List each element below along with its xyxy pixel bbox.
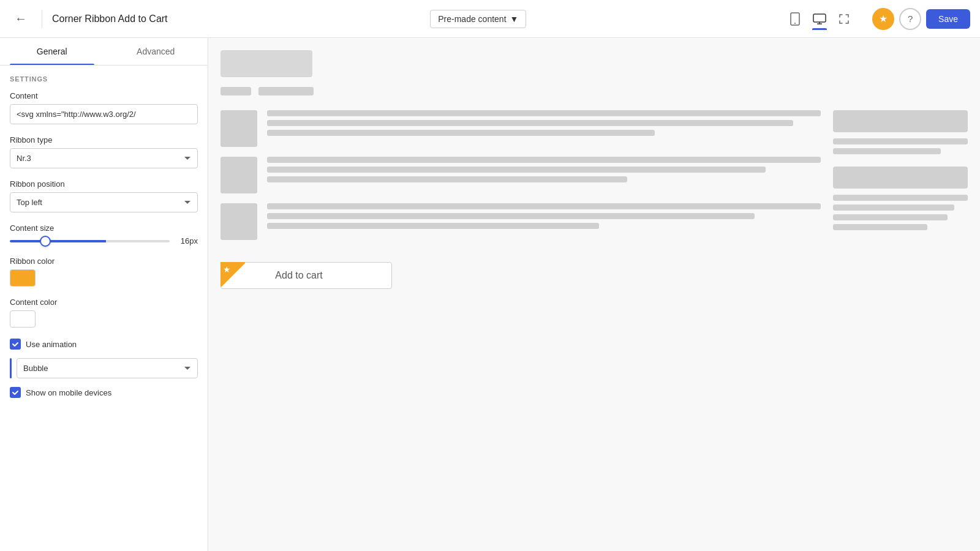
content-color-swatch[interactable]: [10, 310, 36, 328]
skeleton-nav: [221, 87, 968, 96]
ribbon-type-select[interactable]: Nr.3 Nr.1 Nr.2 Nr.4: [10, 148, 198, 168]
line: [267, 110, 821, 116]
line: [833, 195, 968, 201]
line: [267, 130, 655, 136]
skeleton-nav-2: [258, 87, 314, 96]
help-button[interactable]: ?: [899, 8, 921, 30]
right-btn-2: [833, 167, 968, 189]
ribbon-star-icon: ★: [223, 264, 231, 274]
line: [267, 213, 755, 219]
skeleton-nav-1: [221, 87, 251, 96]
add-to-cart-area: Add to cart ★: [221, 262, 392, 289]
topbar-right: ★ ? Save: [872, 8, 970, 30]
ribbon-position-field-group: Ribbon position Top left Top right Botto…: [10, 179, 198, 212]
fullscreen-icon[interactable]: [833, 8, 855, 30]
product-thumb-2: [221, 157, 257, 193]
content-color-field-group: Content color: [10, 298, 198, 328]
right-preview: Add to cart ★: [208, 38, 980, 551]
animation-type-row: Bubble Pulse Shake None: [10, 358, 198, 378]
content-field-group: Content: [10, 91, 198, 124]
line: [833, 214, 948, 220]
product-lines-3: [267, 203, 821, 229]
preview-header: [221, 50, 968, 96]
skeleton-title: [221, 50, 312, 77]
line: [833, 224, 927, 230]
svg-rect-2: [813, 14, 826, 22]
chevron-down-icon: ▼: [510, 14, 519, 24]
ribbon-type-field-group: Ribbon type Nr.3 Nr.1 Nr.2 Nr.4: [10, 135, 198, 168]
back-button[interactable]: ←: [10, 8, 32, 30]
animation-type-select[interactable]: Bubble Pulse Shake None: [17, 358, 198, 378]
product-thumb-3: [221, 203, 257, 240]
product-row-1: [221, 110, 821, 147]
content-input[interactable]: [10, 104, 198, 124]
checkmark-icon: [12, 340, 19, 348]
product-thumb-1: [221, 110, 257, 147]
use-animation-checkbox[interactable]: [10, 339, 21, 350]
ribbon-color-field-group: Ribbon color: [10, 257, 198, 287]
content-color-label: Content color: [10, 298, 198, 307]
ribbon-color-swatch[interactable]: [10, 269, 36, 287]
mobile-device-icon[interactable]: [784, 8, 806, 30]
settings-content: SETTINGS Content Ribbon type Nr.3 Nr.1 N…: [0, 66, 208, 551]
content-size-slider[interactable]: [10, 240, 170, 242]
divider: [42, 10, 42, 28]
show-mobile-row: Show on mobile devices: [10, 387, 198, 398]
ribbon-position-select[interactable]: Top left Top right Bottom left Bottom ri…: [10, 192, 198, 212]
device-icons: [784, 8, 855, 30]
line: [833, 148, 941, 154]
add-to-cart-label: Add to cart: [275, 270, 322, 281]
indent-bar: [10, 358, 12, 378]
star-button[interactable]: ★: [872, 8, 894, 30]
line: [833, 204, 954, 211]
tab-advanced[interactable]: Advanced: [104, 38, 208, 65]
product-row-3: [221, 203, 821, 240]
product-lines-1: [267, 110, 821, 136]
right-lines-1: [833, 138, 968, 154]
content-size-label: Content size: [10, 223, 198, 233]
ribbon-type-label: Ribbon type: [10, 135, 198, 144]
line: [267, 176, 627, 182]
right-lines-2: [833, 195, 968, 230]
slider-row: 16px: [10, 236, 198, 246]
content-size-value: 16px: [176, 236, 198, 246]
tabs: General Advanced: [0, 38, 208, 66]
line: [267, 167, 766, 173]
add-to-cart-button[interactable]: Add to cart: [221, 262, 392, 289]
line: [267, 223, 599, 229]
ribbon-corner: ★: [221, 262, 245, 287]
main-layout: General Advanced SETTINGS Content Ribbon…: [0, 38, 980, 551]
ribbon-position-label: Ribbon position: [10, 179, 198, 189]
line: [267, 203, 821, 209]
premade-label: Pre-made content: [438, 14, 506, 24]
preview-right-col: [833, 110, 968, 289]
tab-general[interactable]: General: [0, 38, 104, 65]
premade-content-button[interactable]: Pre-made content ▼: [430, 10, 526, 28]
checkmark-icon-2: [12, 389, 19, 396]
product-lines-2: [267, 157, 821, 182]
ribbon-color-label: Ribbon color: [10, 257, 198, 266]
line: [267, 157, 821, 163]
use-animation-row: Use animation: [10, 339, 198, 350]
show-mobile-label[interactable]: Show on mobile devices: [26, 388, 111, 397]
page-title: Corner Ribbon Add to Cart: [52, 13, 168, 24]
preview-left-col: Add to cart ★: [221, 110, 821, 289]
line: [267, 120, 793, 126]
svg-point-1: [794, 23, 796, 24]
save-button[interactable]: Save: [926, 9, 970, 29]
preview-main: Add to cart ★: [221, 110, 968, 289]
product-row-2: [221, 157, 821, 193]
right-btn-1: [833, 110, 968, 132]
show-mobile-checkbox[interactable]: [10, 387, 21, 398]
content-size-field-group: Content size 16px: [10, 223, 198, 246]
topbar: ← Corner Ribbon Add to Cart Pre-made con…: [0, 0, 980, 38]
section-label: SETTINGS: [10, 75, 198, 83]
content-label: Content: [10, 91, 198, 100]
left-panel: General Advanced SETTINGS Content Ribbon…: [0, 38, 208, 551]
desktop-device-icon[interactable]: [809, 8, 831, 30]
line: [833, 138, 968, 144]
use-animation-label[interactable]: Use animation: [26, 340, 77, 349]
spacer: [833, 154, 968, 167]
